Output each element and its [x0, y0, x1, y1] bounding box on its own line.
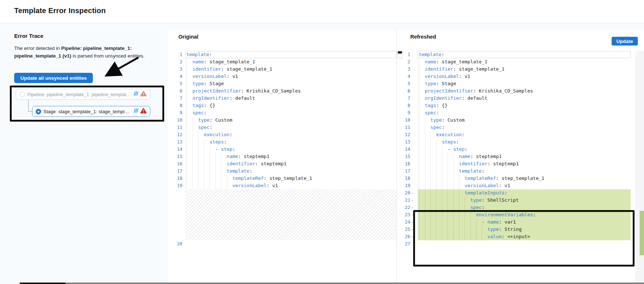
code-line: 24- - name: var1: [396, 218, 631, 226]
code-line: 4 versionLabel: v1: [396, 73, 631, 80]
code-line: 23- environmentVariables:: [396, 211, 631, 218]
code-line: 14 - step:: [168, 146, 396, 153]
tree-item-stage[interactable]: Stage: stage_template_1: stage_templat..…: [32, 106, 150, 117]
refreshed-yaml-editor[interactable]: 1template:2 name: stage_template_13 iden…: [396, 51, 631, 248]
original-panel-title: Original: [178, 34, 198, 40]
code-line: 17 template:: [396, 167, 631, 175]
code-line: 18 templateRef: step_template_1: [396, 175, 631, 182]
overview-cursor-marker: [398, 51, 402, 59]
code-line: 17 template:: [168, 167, 396, 175]
tree-connector-horizontal: [28, 111, 32, 112]
error-description: The error detected in Pipeline: pipeline…: [14, 44, 153, 60]
error-trace-sidebar: Error Trace The error detected in Pipeli…: [0, 23, 168, 284]
code-line: 15 name: steptemp1: [396, 153, 631, 160]
code-line: 8 tags: {}: [168, 102, 396, 109]
page-title: Template Error Inspection: [0, 0, 644, 15]
code-line: 11 spec:: [396, 124, 631, 131]
radio-unselected[interactable]: [19, 91, 25, 97]
code-line: 12 execution:: [168, 131, 396, 138]
code-line: 25- type: String: [396, 226, 631, 233]
dialog-header: Template Error Inspection: [0, 0, 644, 23]
code-line: 3 identifier: stage_template_1: [168, 66, 396, 73]
refreshed-panel-title: Refreshed: [410, 34, 436, 40]
diff-added-overview-marker: [640, 211, 644, 255]
template-error-inspection-dialog: Template Error Inspection Error Trace Th…: [0, 0, 644, 284]
code-line: 9 spec:: [168, 109, 396, 117]
warning-triangle-icon: [140, 91, 147, 98]
code-line: 12 execution:: [396, 131, 631, 138]
template-library-icon: [134, 91, 138, 98]
code-line: 8 tags: {}: [396, 102, 631, 109]
code-line: 16 identifier: steptemp1: [168, 160, 396, 167]
original-yaml-editor[interactable]: 1template:2 name: stage_template_13 iden…: [168, 51, 396, 248]
code-line: 26- value: <+input>: [396, 233, 631, 240]
code-line: 27: [396, 240, 631, 248]
code-line: 16 identifier: steptemp1: [396, 160, 631, 167]
update-button[interactable]: Update: [612, 37, 638, 46]
template-library-icon: [134, 108, 138, 115]
code-line: 20- templateInputs:: [396, 189, 631, 197]
warning-triangle-icon: [140, 108, 147, 115]
code-line: 22- spec:: [396, 204, 631, 211]
tree-item-label: Stage: stage_template_1: stage_templat..…: [43, 109, 131, 114]
code-line: 20: [168, 240, 396, 248]
tree-item-label: Pipeline: pipeline_template_1: pipeline_…: [27, 92, 131, 97]
window-bottom-edge-dark: [20, 283, 66, 284]
code-line: 9 spec:: [396, 109, 631, 117]
code-line: 14 - step:: [396, 146, 631, 153]
code-line: 4 versionLabel: v1: [168, 73, 396, 80]
code-line: 19 versionLabel: v1: [396, 182, 631, 189]
code-line: 6 projectIdentifier: Krishika_CD_Samples: [396, 87, 631, 95]
code-line: 5 type: Stage: [168, 80, 396, 87]
code-line: 3 identifier: stage_template_1: [396, 66, 631, 73]
error-trace-heading: Error Trace: [14, 33, 43, 39]
code-line: 15 name: steptemp1: [168, 153, 396, 160]
code-line: 5 type: Stage: [396, 80, 631, 87]
code-line: 13 steps:: [396, 138, 631, 146]
code-line: 13 steps:: [168, 138, 396, 146]
code-line: 6 projectIdentifier: Krishika_CD_Samples: [168, 87, 396, 95]
code-line: 2 name: stage_template_1: [168, 58, 396, 66]
code-line: 2 name: stage_template_1: [396, 58, 631, 66]
code-line: 19 versionLabel: v1: [168, 182, 396, 189]
code-line: 11 spec:: [168, 124, 396, 131]
code-line: 1template:: [168, 51, 396, 58]
collapsed-diff-region: [168, 189, 396, 240]
code-line: 10 type: Custom: [168, 117, 396, 124]
tree-item-pipeline[interactable]: Pipeline: pipeline_template_1: pipeline_…: [16, 89, 150, 100]
code-line: 1template:: [396, 51, 631, 58]
editor-scrollbar-strip[interactable]: [635, 51, 644, 283]
window-bottom-edge-gray: [66, 283, 644, 284]
radio-selected[interactable]: [36, 109, 41, 114]
code-line: 21- type: ShellScript: [396, 197, 631, 204]
code-line: 10 type: Custom: [396, 117, 631, 124]
update-all-unsynced-button[interactable]: Update all unsynced entities: [14, 73, 93, 83]
dialog-content: Error Trace The error detected in Pipeli…: [0, 23, 644, 284]
code-line: 7 orgIdentifier: default: [168, 95, 396, 102]
code-line: 7 orgIdentifier: default: [396, 95, 631, 102]
tree-connector-vertical: [28, 100, 29, 111]
code-line: 18 templateRef: step_template_1: [168, 175, 396, 182]
